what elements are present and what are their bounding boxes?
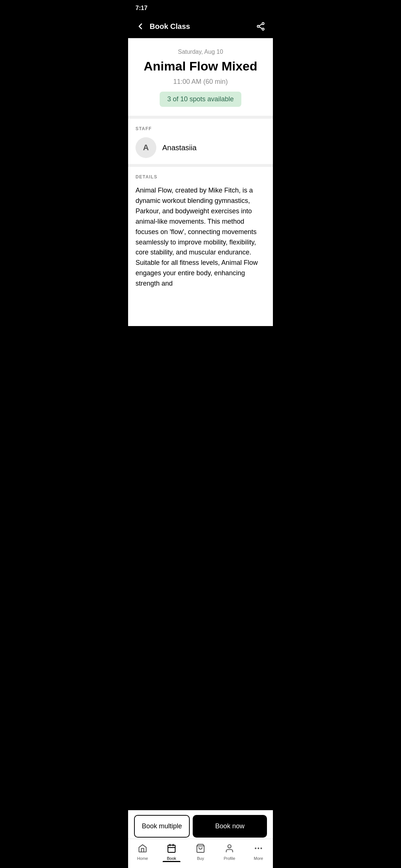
back-button[interactable] bbox=[134, 20, 147, 33]
details-text: Animal Flow, created by Mike Fitch, is a… bbox=[136, 185, 265, 289]
staff-row: A Anastasiia bbox=[136, 137, 265, 158]
status-time: 7:17 bbox=[136, 5, 147, 11]
header: Book Class bbox=[128, 16, 273, 38]
staff-avatar: A bbox=[136, 137, 156, 158]
class-date: Saturday, Aug 10 bbox=[136, 49, 265, 55]
svg-line-3 bbox=[259, 27, 262, 29]
details-section: DETAILS Animal Flow, created by Mike Fit… bbox=[128, 167, 273, 326]
section-divider-1 bbox=[128, 116, 273, 119]
header-left: Book Class bbox=[134, 20, 190, 33]
class-info-section: Saturday, Aug 10 Animal Flow Mixed 11:00… bbox=[128, 38, 273, 116]
class-name: Animal Flow Mixed bbox=[136, 59, 265, 73]
section-divider-2 bbox=[128, 164, 273, 167]
staff-name: Anastasiia bbox=[162, 144, 196, 152]
svg-line-4 bbox=[259, 24, 262, 26]
share-icon bbox=[256, 22, 265, 31]
share-button[interactable] bbox=[254, 20, 267, 33]
header-title: Book Class bbox=[150, 22, 190, 31]
status-bar: 7:17 bbox=[128, 0, 273, 16]
class-time: 11:00 AM (60 min) bbox=[136, 78, 265, 86]
spots-available-badge: 3 of 10 spots available bbox=[160, 92, 241, 107]
details-section-label: DETAILS bbox=[136, 174, 265, 180]
staff-section-label: STAFF bbox=[136, 126, 265, 131]
staff-section: STAFF A Anastasiia bbox=[128, 119, 273, 164]
back-icon bbox=[136, 22, 145, 31]
